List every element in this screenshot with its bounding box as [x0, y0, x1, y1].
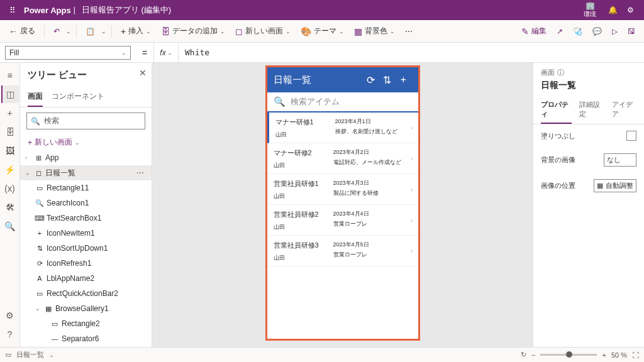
prop-bg-image: 背景の画像なし: [533, 147, 644, 173]
tree: ›⊞App ⌄◻日報一覧⋯ ▭Rectangle11 🔍SearchIcon1 …: [20, 150, 152, 347]
tab-advanced[interactable]: 詳細設定: [579, 96, 604, 124]
tab-components[interactable]: コンポーネント: [52, 87, 104, 107]
fx-icon[interactable]: fx ⌄: [153, 43, 179, 62]
waffle-icon[interactable]: ⠿: [5, 3, 20, 18]
fit-icon[interactable]: ⛶: [632, 351, 639, 359]
preview-icon[interactable]: ▷: [608, 25, 621, 38]
canvas[interactable]: 日報一覧 ⟳ ⇅ + 🔍検索アイテム マナー研修12023年4月1日山田挨拶、名…: [152, 63, 533, 347]
selected-control-name: 日報一覧: [533, 80, 644, 96]
rail-search-icon[interactable]: 🔍: [1, 217, 19, 235]
properties-pane: 画面 ⓘ 日報一覧 プロパティ 詳細設定 アイデア 塗りつぶし 背景の画像なし …: [533, 63, 644, 347]
tree-search-input[interactable]: 🔍 検索: [26, 112, 145, 129]
title-bar: ⠿ Power Apps | 日報報告アプリ (編集中) 🏢環境 🔔 ⚙: [0, 0, 644, 20]
phone-preview[interactable]: 日報一覧 ⟳ ⇅ + 🔍検索アイテム マナー研修12023年4月1日山田挨拶、名…: [265, 65, 420, 341]
rail-tree-icon[interactable]: ◫: [1, 85, 19, 103]
gallery-item[interactable]: 営業社員研修12023年4月3日山田製品に関する研修›: [267, 174, 418, 205]
chevron-right-icon[interactable]: ›: [411, 185, 413, 193]
more-icon[interactable]: ⋯: [134, 168, 147, 177]
tree-item[interactable]: ⌄◻日報一覧⋯: [20, 165, 152, 180]
rail-help-icon[interactable]: ?: [1, 326, 19, 343]
chevron-right-icon[interactable]: ›: [411, 155, 413, 162]
gallery-item[interactable]: 営業社員研修22023年4月4日山田営業ロープレ›: [267, 205, 418, 236]
chevron-right-icon[interactable]: ›: [411, 124, 413, 131]
orientation-icon[interactable]: ↻: [521, 351, 526, 359]
new-screen-button[interactable]: ◻新しい画面⌄: [231, 23, 294, 39]
back-button[interactable]: ←戻る: [5, 23, 39, 39]
new-screen-link[interactable]: + 新しい画面 ⌄: [20, 134, 152, 150]
gallery-item[interactable]: マナー研修12023年4月1日山田挨拶、名刺受け渡しなど›: [267, 112, 418, 143]
search-icon: 🔍: [274, 96, 286, 107]
select-mode-icon[interactable]: ▭: [5, 351, 11, 359]
tree-item[interactable]: 🔍SearchIcon1: [20, 195, 152, 211]
rail-media-icon[interactable]: 🖼: [1, 142, 19, 160]
add-data-button[interactable]: 🗄データの追加⌄: [157, 23, 229, 39]
rail-settings-icon[interactable]: ⚙: [1, 307, 19, 324]
property-selector[interactable]: Fill⌄: [5, 46, 131, 60]
tree-item[interactable]: ▭RectQuickActionBar2: [20, 286, 152, 301]
gallery-item[interactable]: 営業社員研修32023年4月5日山田営業ロープレ›: [267, 236, 418, 266]
tree-view-pane: ✕ ツリー ビュー 画面 コンポーネント 🔍 検索 + 新しい画面 ⌄ ›⊞Ap…: [20, 63, 152, 347]
rail-data-icon[interactable]: 🗄: [1, 123, 19, 141]
color-swatch[interactable]: [626, 131, 636, 141]
info-icon[interactable]: ⓘ: [557, 68, 564, 77]
zoom-value: 50 %: [611, 351, 627, 359]
status-bar: ▭ 日報一覧⌄ ↻ − + 50 % ⛶: [0, 347, 644, 362]
tree-item[interactable]: ›⊞App: [20, 150, 152, 165]
save-icon[interactable]: 🖫: [624, 25, 639, 38]
rail-power-icon[interactable]: ⚡: [1, 161, 19, 178]
undo-button[interactable]: ↶: [50, 25, 64, 38]
zoom-out-icon[interactable]: −: [531, 351, 535, 359]
tree-view-title: ツリー ビュー: [28, 69, 144, 81]
bg-color-button[interactable]: ▦背景色⌄: [350, 23, 399, 39]
sort-icon[interactable]: ⇅: [379, 74, 396, 86]
tab-ideas[interactable]: アイデア: [612, 96, 636, 124]
tree-item[interactable]: ▭Rectangle11: [20, 180, 152, 195]
share-icon[interactable]: ↗: [553, 25, 567, 38]
image-position-select[interactable]: ▦ 自動調整: [594, 179, 636, 192]
tree-item[interactable]: ▭Rectangle2: [20, 316, 152, 331]
gallery-item[interactable]: マナー研修22023年4月2日山田電話対応、メール作成など›: [267, 143, 418, 174]
gear-icon[interactable]: ⚙: [621, 1, 639, 19]
theme-button[interactable]: 🎨テーマ⌄: [297, 23, 348, 39]
tree-item[interactable]: ⇅IconSortUpDown1: [20, 241, 152, 256]
tree-item[interactable]: ALblAppName2: [20, 271, 152, 286]
tab-screens[interactable]: 画面: [28, 87, 43, 107]
bg-image-select[interactable]: なし: [604, 153, 636, 167]
rail-advanced-icon[interactable]: 🛠: [1, 199, 19, 216]
command-bar: ←戻る ↶⌄ 📋⌄ +挿入⌄ 🗄データの追加⌄ ◻新しい画面⌄ 🎨テーマ⌄ ▦背…: [0, 20, 644, 43]
rail-hamburger-icon[interactable]: ≡: [1, 67, 19, 84]
tree-item[interactable]: —Separator6: [20, 331, 152, 346]
insert-button[interactable]: +挿入⌄: [117, 23, 155, 39]
chevron-right-icon[interactable]: ›: [411, 247, 413, 255]
prop-image-position: 画像の位置▦ 自動調整: [533, 173, 644, 199]
refresh-icon[interactable]: ⟳: [363, 74, 379, 86]
bell-icon[interactable]: 🔔: [604, 1, 621, 19]
tab-properties[interactable]: プロパティ: [541, 96, 572, 124]
comments-icon[interactable]: 💬: [589, 25, 606, 38]
environment-picker[interactable]: 🏢環境: [584, 1, 596, 19]
tree-item[interactable]: ⌨TextSearchBox1: [20, 211, 152, 226]
app-title: 日報報告アプリ (編集中): [82, 4, 171, 16]
app-header: 日報一覧 ⟳ ⇅ +: [267, 67, 418, 92]
edit-button[interactable]: ✎編集: [518, 23, 550, 39]
rail-insert-icon[interactable]: +: [1, 104, 19, 122]
zoom-slider[interactable]: [540, 354, 597, 356]
checker-icon[interactable]: 🩺: [569, 25, 586, 38]
app-header-title: 日報一覧: [274, 74, 363, 86]
tree-item[interactable]: ⟳IconRefresh1: [20, 256, 152, 271]
chevron-right-icon[interactable]: ›: [411, 216, 413, 224]
search-box[interactable]: 🔍検索アイテム: [267, 92, 418, 112]
zoom-in-icon[interactable]: +: [602, 351, 606, 359]
prop-fill: 塗りつぶし: [533, 124, 644, 147]
add-icon[interactable]: +: [396, 74, 412, 85]
tree-item[interactable]: ⌄▦BrowseGallery1: [20, 301, 152, 316]
close-icon[interactable]: ✕: [139, 68, 147, 78]
tree-item[interactable]: +IconNewItem1: [20, 226, 152, 241]
more-button[interactable]: ⋯: [401, 25, 416, 38]
paste-button[interactable]: 📋: [82, 25, 99, 38]
breadcrumb[interactable]: 日報一覧: [16, 350, 44, 359]
formula-input[interactable]: White: [179, 48, 644, 57]
formula-bar: Fill⌄ = fx ⌄ White: [0, 43, 644, 63]
tree-item[interactable]: ›NextArrow2: [20, 346, 152, 347]
rail-variables-icon[interactable]: (x): [1, 180, 19, 197]
